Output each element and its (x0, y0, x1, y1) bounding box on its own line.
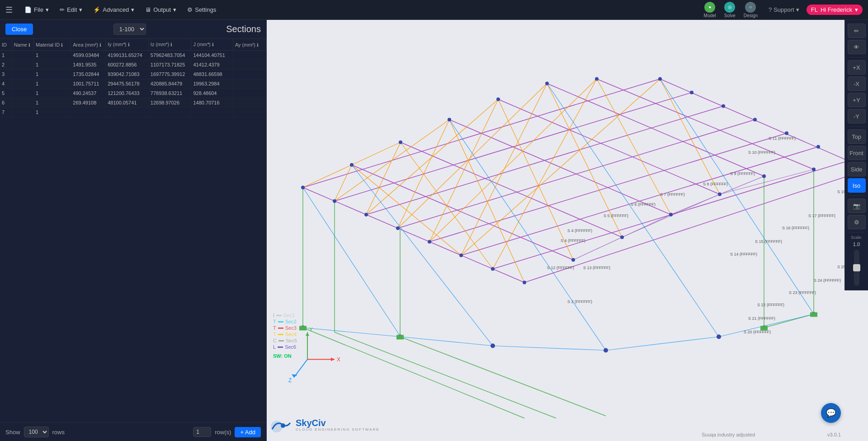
front-view-button[interactable]: Front (848, 146, 866, 160)
sections-panel: Close 1-100 Sections ID Name ℹ Material … (0, 20, 267, 441)
cell-area: 269.49108 (71, 98, 106, 108)
minus-x-button[interactable]: -X (848, 76, 866, 91)
eye-tool-button[interactable]: 👁 (848, 40, 866, 54)
cell-name (12, 60, 33, 70)
plus-x-button[interactable]: +X (848, 60, 866, 75)
svg-text:S 24 (FFFFFF): S 24 (FFFFFF) (814, 278, 841, 283)
cell-id: 7 (0, 108, 12, 117)
svg-text:S 16 (FFFFFF): S 16 (FFFFFF) (782, 226, 809, 230)
settings-icon: ⚙ (187, 6, 193, 13)
model-dot: ● (704, 2, 715, 13)
support-button[interactable]: ? Support ▾ (769, 6, 799, 13)
cell-j: 1480.70716 (191, 98, 233, 108)
table-row[interactable]: 311735.02844939042.710831697775.39912488… (0, 70, 266, 79)
camera-button[interactable]: 📷 (848, 199, 866, 213)
th-j: J (mm⁴) ℹ (191, 39, 233, 51)
table-body: 114599.034844199131.6527457962483.705414… (0, 51, 266, 117)
design-dot: ○ (745, 2, 756, 13)
user-button[interactable]: FL Hi Frederick ▾ (807, 5, 863, 15)
cell-id: 6 (0, 98, 12, 108)
svg-point-76 (595, 77, 599, 81)
th-ay: Ay (mm²) ℹ (233, 39, 266, 51)
svg-point-69 (491, 267, 495, 271)
nav-advanced[interactable]: ⚡ Advanced ▾ (89, 5, 139, 15)
show-label: Show (5, 429, 20, 436)
mode-design[interactable]: ○ Design (740, 1, 761, 19)
cell-iz: 57962483.7054 (148, 51, 191, 60)
cell-iy (106, 108, 149, 117)
side-view-button[interactable]: Side (848, 162, 866, 176)
table-row[interactable]: 411001.75711294475.56178420885.844791996… (0, 79, 266, 89)
svg-point-64 (333, 199, 336, 203)
minus-y-button[interactable]: -Y (848, 109, 866, 123)
cell-j: 19963.2984 (191, 79, 233, 89)
support-chevron: ▾ (796, 6, 799, 13)
nav-output[interactable]: 🖥 Output ▾ (141, 5, 181, 15)
svg-rect-101 (810, 313, 817, 317)
svg-point-86 (753, 118, 757, 122)
cell-name (12, 51, 33, 60)
edit-icon: ✏ (60, 6, 65, 13)
hamburger-menu[interactable]: ☰ (5, 5, 13, 15)
plus-y-button[interactable]: +Y (848, 93, 866, 107)
row-number-input[interactable] (193, 427, 211, 437)
nav-settings-label: Settings (195, 6, 216, 13)
scale-slider[interactable] (854, 250, 859, 286)
svg-text:S 12 (FFFFFF): S 12 (FFFFFF) (547, 266, 574, 270)
svg-point-83 (812, 168, 816, 171)
top-view-button[interactable]: Top (848, 129, 866, 144)
rows-select[interactable]: 100 10 25 50 (24, 427, 49, 437)
nav-edit[interactable]: ✏ Edit ▾ (55, 5, 87, 15)
nav-settings[interactable]: ⚙ Settings (183, 5, 221, 15)
skyciv-logo-icon (270, 417, 292, 433)
th-name: Name ℹ (12, 39, 33, 51)
cell-material_id: 1 (33, 108, 71, 117)
add-button[interactable]: + Add (235, 427, 261, 437)
range-select[interactable]: 1-100 (113, 24, 146, 35)
viewport-settings-button[interactable]: ⚙ (848, 215, 866, 229)
svg-point-88 (816, 145, 820, 149)
table-row[interactable]: 211491.9535600272.88561107173.7182541412… (0, 60, 266, 70)
cell-area (71, 108, 106, 117)
rows-suffix-label: row(s) (215, 429, 231, 436)
cell-area: 1491.9535 (71, 60, 106, 70)
svg-text:S 9 (FFFFFF): S 9 (FFFFFF) (730, 171, 755, 176)
status-label: Suuqa industry adjusted (702, 432, 755, 437)
table-row[interactable]: 61269.4910848100.0574112698.970261480.70… (0, 98, 266, 108)
chat-button[interactable]: 💬 (821, 403, 841, 423)
skyciv-tagline: CLOUD ENGINEERING SOFTWARE (296, 427, 380, 432)
cell-iy: 121200.76433 (106, 89, 149, 98)
table-row[interactable]: 114599.034844199131.6527457962483.705414… (0, 51, 266, 60)
svg-rect-98 (299, 326, 307, 331)
svg-text:S 13 (FFFFFF): S 13 (FFFFFF) (583, 266, 610, 270)
solve-label: Solve (724, 13, 736, 18)
nav-file-label: File (34, 6, 43, 13)
svg-point-65 (364, 213, 368, 217)
table-row[interactable]: 51490.24537121200.76433778938.63211928.4… (0, 89, 266, 98)
cell-id: 4 (0, 79, 12, 89)
svg-point-137 (281, 423, 285, 428)
cell-name (12, 108, 33, 117)
cell-iz: 420885.84479 (148, 79, 191, 89)
sections-table-container[interactable]: ID Name ℹ Material ID ℹ Area (mm²) ℹ Iy … (0, 39, 266, 422)
nav-file[interactable]: 📄 File ▾ (20, 5, 53, 15)
iso-view-button[interactable]: Iso (848, 178, 866, 193)
mode-model[interactable]: ● Model (700, 1, 720, 19)
close-button[interactable]: Close (5, 24, 33, 35)
cell-ay (233, 89, 266, 98)
support-label: Support (774, 6, 794, 13)
user-chevron: ▾ (855, 6, 858, 13)
skyciv-logo: SkyCiv CLOUD ENGINEERING SOFTWARE (270, 417, 380, 433)
mode-solve[interactable]: ◎ Solve (721, 1, 739, 19)
cell-ay (233, 98, 266, 108)
cell-name (12, 89, 33, 98)
viewport[interactable]: X Z Y S 4 (FFFFFF) S 5 (FFFFFF) S 6 (FFF… (267, 20, 868, 441)
svg-text:S 4 (FFFFFF): S 4 (FFFFFF) (561, 238, 585, 243)
cell-j: 144104.40751 (191, 51, 233, 60)
svg-point-136 (271, 421, 283, 432)
svg-text:S 14 (FFFFFF): S 14 (FFFFFF) (730, 252, 757, 256)
table-row[interactable]: 71 (0, 108, 266, 117)
pencil-tool-button[interactable]: ✏ (848, 24, 866, 38)
cell-iz: 12698.97026 (148, 98, 191, 108)
edit-chevron: ▾ (79, 6, 82, 13)
